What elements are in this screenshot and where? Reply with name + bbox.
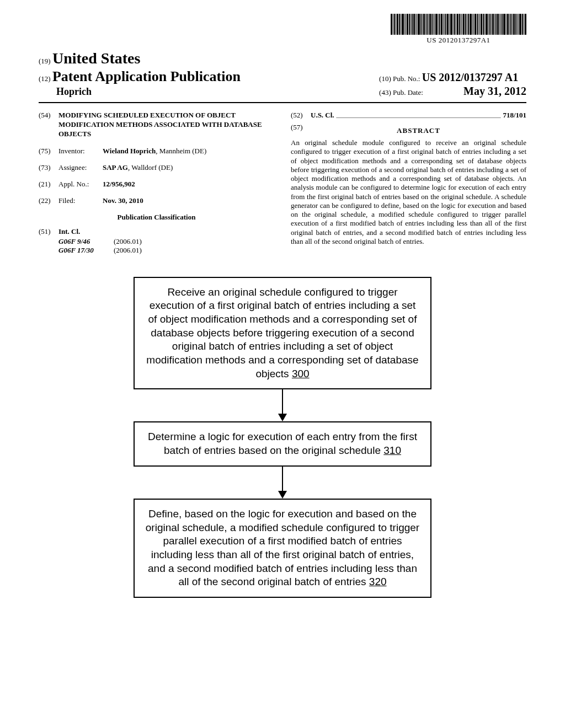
barcode <box>391 14 526 35</box>
filed-date: Nov. 30, 2010 <box>103 196 143 205</box>
code-54: (54) <box>39 111 58 139</box>
left-column: (54) MODIFYING SCHEDULED EXECUTION OF OB… <box>39 111 274 255</box>
intcl-code: G06F 17/30 <box>58 246 114 255</box>
code-57: (57) <box>291 123 311 138</box>
barcode-text: US 20120137297A1 <box>391 36 526 45</box>
assignee-label: Assignee: <box>58 163 103 172</box>
right-column: (52) U.S. Cl. 718/101 (57) ABSTRACT An o… <box>291 111 526 255</box>
code-75: (75) <box>39 147 58 156</box>
code-52: (52) <box>291 111 311 120</box>
flowchart: Receive an original schedule configured … <box>39 277 526 598</box>
barcode-block: US 20120137297A1 <box>391 14 526 45</box>
doc-type: Patent Application Publication <box>52 68 241 84</box>
code-73: (73) <box>39 163 58 172</box>
flow-text: Receive an original schedule configured … <box>146 286 418 379</box>
flow-box-300: Receive an original schedule configured … <box>134 277 431 390</box>
pubno-label: Pub. No.: <box>393 74 420 83</box>
code-51: (51) <box>39 227 58 236</box>
divider <box>39 102 526 103</box>
pubdate-label: Pub. Date: <box>393 88 423 97</box>
abstract-heading: ABSTRACT <box>311 126 526 135</box>
applno-label: Appl. No.: <box>58 180 103 189</box>
header: (19) United States (12) Patent Applicati… <box>39 50 526 98</box>
pubno: US 2012/0137297 A1 <box>422 71 518 83</box>
abstract-text: An original schedule module configured t… <box>291 138 526 246</box>
flow-text: Determine a logic for execution of each … <box>148 431 417 456</box>
code-43: (43) <box>379 88 391 97</box>
code-22: (22) <box>39 196 58 205</box>
classification-heading: Publication Classification <box>39 213 274 222</box>
code-10: (10) <box>379 74 391 83</box>
intcl-ver: (2006.01) <box>114 237 169 246</box>
uscl-label: U.S. Cl. <box>311 111 334 119</box>
intcl-label: Int. Cl. <box>58 227 80 235</box>
filed-label: Filed: <box>58 196 103 205</box>
invention-title: MODIFYING SCHEDULED EXECUTION OF OBJECT … <box>58 111 274 139</box>
flow-box-310: Determine a logic for execution of each … <box>134 421 431 466</box>
intcl-ver: (2006.01) <box>114 246 169 255</box>
inventor-name: Wieland Hoprich <box>103 147 156 155</box>
flow-ref: 310 <box>383 445 401 456</box>
inventor-label: Inventor: <box>58 147 103 156</box>
code-12: (12) <box>39 74 51 83</box>
country: United States <box>52 50 140 67</box>
code-19: (19) <box>39 57 51 65</box>
flow-ref: 300 <box>292 368 310 379</box>
assignee-name: SAP AG <box>103 163 128 172</box>
assignee-loc: , Walldorf (DE) <box>128 163 173 172</box>
uscl-value: 718/101 <box>503 111 526 119</box>
leader-dots <box>337 111 501 118</box>
code-21: (21) <box>39 180 58 189</box>
arrow-icon <box>282 389 283 421</box>
applno: 12/956,902 <box>103 180 135 188</box>
flow-box-320: Define, based on the logic for execution… <box>134 499 431 598</box>
arrow-icon <box>282 467 283 499</box>
intcl-code: G06F 9/46 <box>58 237 114 246</box>
pubdate: May 31, 2012 <box>463 85 526 97</box>
intcl-table: G06F 9/46 (2006.01) G06F 17/30 (2006.01) <box>58 237 274 255</box>
inventor-loc: , Mannheim (DE) <box>156 147 206 155</box>
author-name: Hoprich <box>56 86 241 98</box>
flow-ref: 320 <box>369 576 387 587</box>
